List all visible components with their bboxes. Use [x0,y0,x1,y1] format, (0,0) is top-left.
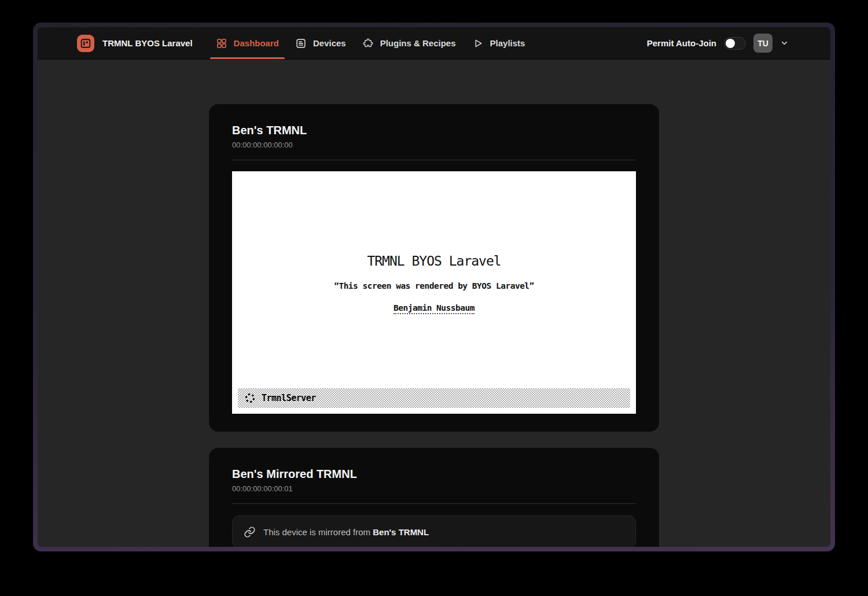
screen-content: TRMNL BYOS Laravel “This screen was rend… [232,253,636,313]
dashboard-main: Ben's TRMNL 00:00:00:00:00:00 TRMNL BYOS… [38,60,830,547]
app-surface: TRMNL BYOS Laravel Dashboard [38,27,830,547]
puzzle-icon [362,38,374,49]
app-window: TRMNL BYOS Laravel Dashboard [33,23,835,551]
tab-label: Plugins & Recipes [380,38,456,48]
trmnl-logo-icon [77,35,94,52]
device-mac: 00:00:00:00:00:00 [232,141,636,150]
mirror-notice-text: This device is mirrored from Ben's TRMNL [263,527,429,537]
screen-title: TRMNL BYOS Laravel [232,253,636,268]
device-card-bens-trmnl: Ben's TRMNL 00:00:00:00:00:00 TRMNL BYOS… [209,104,659,432]
screen-quote: “This screen was rendered by BYOS Larave… [232,281,636,290]
chevron-down-icon[interactable] [780,39,789,47]
nav-tabs: Dashboard Devices [210,27,531,59]
device-name: Ben's Mirrored TRMNL [232,466,636,481]
top-nav: TRMNL BYOS Laravel Dashboard [38,27,830,60]
toggle-knob [726,39,735,48]
divider [232,503,636,504]
device-screen-preview: TRMNL BYOS Laravel “This screen was rend… [232,171,636,414]
tab-devices[interactable]: Devices [289,27,352,59]
screen-author: Benjamin Nussbaum [232,303,636,313]
tab-label: Devices [313,38,346,48]
permit-auto-join-label: Permit Auto-Join [647,38,716,48]
mirror-notice: This device is mirrored from Ben's TRMNL [232,516,636,547]
screen-status-bar: TrmnlServer [238,388,630,408]
tab-label: Dashboard [234,38,279,48]
spinner-icon [244,392,256,404]
device-name: Ben's TRMNL [232,123,636,138]
permit-auto-join-toggle[interactable] [724,37,746,50]
link-icon [244,526,256,538]
brand: TRMNL BYOS Laravel [77,27,193,59]
device-list-icon [295,38,307,49]
nav-right-controls: Permit Auto-Join TU [647,27,789,59]
device-mac: 00:00:00:00:00:01 [232,484,636,494]
device-card-bens-mirrored-trmnl: Ben's Mirrored TRMNL 00:00:00:00:00:01 T… [209,448,659,547]
app-title: TRMNL BYOS Laravel [102,38,193,48]
mirror-source-name: Ben's TRMNL [373,527,429,537]
server-badge-label: TrmnlServer [262,393,316,403]
tab-playlists[interactable]: Playlists [466,27,531,59]
play-icon [472,38,484,49]
tab-plugins-recipes[interactable]: Plugins & Recipes [356,27,462,59]
tab-label: Playlists [490,38,525,48]
tab-dashboard[interactable]: Dashboard [210,27,285,59]
user-avatar[interactable]: TU [753,34,773,53]
grid-icon [216,38,227,49]
divider [232,160,636,160]
